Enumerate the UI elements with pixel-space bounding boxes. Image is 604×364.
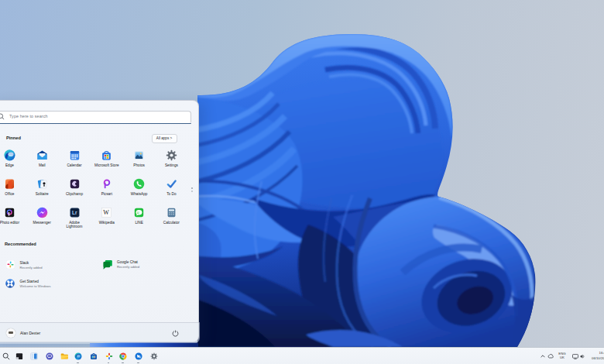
svg-text:LI: LI [137, 211, 139, 215]
svg-text:Lr: Lr [72, 210, 77, 215]
svg-text:W: W [103, 209, 109, 216]
